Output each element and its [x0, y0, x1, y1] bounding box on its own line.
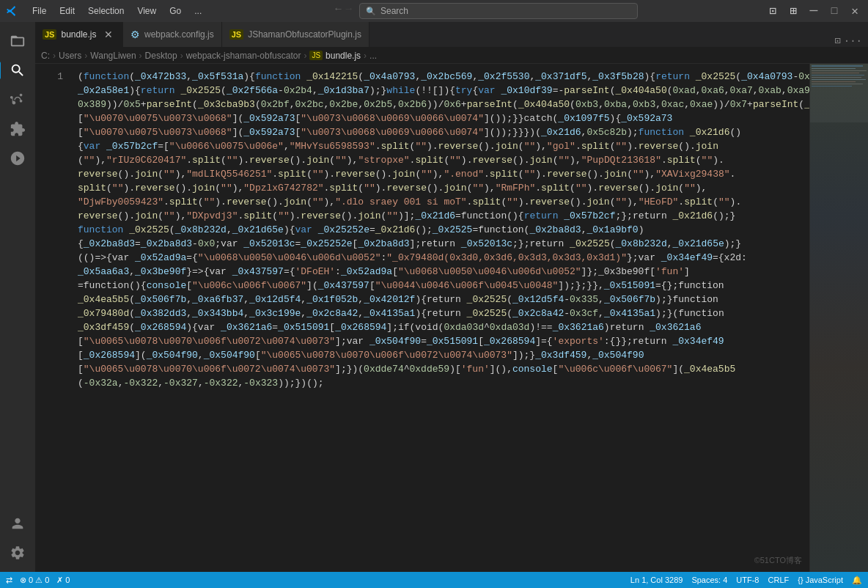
minimize-button[interactable]: ─	[806, 4, 821, 18]
activity-source-control[interactable]	[4, 87, 31, 113]
breadcrumb-sep-6: ›	[364, 51, 367, 61]
search-box[interactable]: 🔍 Search	[359, 3, 638, 19]
tab-icon-plugin: JS	[229, 29, 243, 40]
breadcrumb-c[interactable]: C:	[41, 51, 50, 61]
breadcrumb-sep-5: ›	[304, 51, 306, 61]
tab-icon-webpack: ⚙	[130, 29, 140, 40]
status-position[interactable]: Ln 1, Col 3289	[630, 576, 683, 584]
tab-label-plugin: JShamanObfuscatorPlugin.js	[248, 29, 361, 40]
menu-selection[interactable]: Selection	[82, 4, 130, 18]
menu-more[interactable]: ...	[188, 4, 207, 18]
warning-icon: ⚠	[35, 576, 43, 585]
minimap	[809, 64, 868, 572]
title-search-area: ← → 🔍 Search	[213, 3, 760, 19]
line-numbers: 1	[35, 64, 72, 572]
menu-bar: File Edit Selection View Go ...	[26, 4, 207, 18]
more-actions-icon[interactable]: ···	[844, 35, 862, 47]
code-container: 1 (function(_0x472b33,_0x5f531a){functio…	[35, 64, 868, 572]
svg-rect-10	[810, 64, 868, 122]
watermark: ©51CTO博客	[754, 555, 802, 566]
breadcrumb-js-icon: JS	[309, 51, 323, 60]
menu-view[interactable]: View	[131, 4, 162, 18]
status-remote[interactable]: ⇄	[6, 576, 12, 585]
activity-extensions[interactable]	[4, 116, 31, 142]
remote-icon: ⇄	[6, 576, 12, 585]
menu-file[interactable]: File	[26, 4, 52, 18]
main-layout: JS bundle.js ✕ ⚙ webpack.config.js JS JS…	[0, 22, 868, 572]
status-encoding[interactable]: UTF-8	[736, 576, 759, 584]
bell-icon: 🔔	[852, 576, 862, 585]
activity-debug[interactable]	[4, 145, 31, 172]
activity-search[interactable]	[4, 57, 31, 84]
activity-bar	[0, 22, 35, 572]
status-bar-left: ⇄ ⊗ 0 ⚠ 0 ✗ 0	[6, 576, 70, 585]
error-icon: ⊗	[20, 576, 26, 585]
search-placeholder: Search	[380, 6, 408, 16]
tab-bar: JS bundle.js ✕ ⚙ webpack.config.js JS JS…	[35, 22, 868, 48]
back-button[interactable]: ←	[335, 3, 341, 19]
tab-bundle-js[interactable]: JS bundle.js ✕	[35, 22, 123, 47]
activity-explorer[interactable]	[4, 28, 31, 54]
tab-icon-js: JS	[43, 29, 56, 40]
title-bar: File Edit Selection View Go ... ← → 🔍 Se…	[0, 0, 868, 22]
tab-label-bundle: bundle.js	[61, 29, 96, 40]
spaces-label: Spaces: 4	[691, 576, 727, 584]
close-button[interactable]: ✕	[847, 4, 862, 18]
status-bar: ⇄ ⊗ 0 ⚠ 0 ✗ 0 Ln 1, Col 3289 Spaces: 4 U…	[0, 572, 868, 588]
status-language[interactable]: {} JavaScript	[798, 576, 843, 584]
status-errors[interactable]: ⊗ 0 ⚠ 0	[20, 576, 49, 585]
breadcrumb-sep-4: ›	[180, 51, 183, 61]
status-bar-right: Ln 1, Col 3289 Spaces: 4 UTF-8 CRLF {} J…	[630, 576, 862, 585]
line-number-1: 1	[35, 70, 63, 84]
minimap-canvas	[810, 64, 868, 572]
status-lint[interactable]: ✗ 0	[56, 576, 70, 585]
editor-area: JS bundle.js ✕ ⚙ webpack.config.js JS JS…	[35, 22, 868, 572]
menu-go[interactable]: Go	[163, 4, 187, 18]
breadcrumb-users[interactable]: Users	[59, 51, 81, 61]
window-actions: ⊡ ⊞ ─ □ ✕	[765, 4, 862, 18]
code-editor[interactable]: (function(_0x472b33,_0x5f531a){function …	[72, 64, 809, 572]
vscode-logo	[6, 5, 18, 17]
breadcrumb-bundlejs[interactable]: bundle.js	[326, 51, 361, 61]
error-count: 0	[29, 576, 33, 584]
eol-label: CRLF	[768, 576, 790, 584]
forward-button[interactable]: →	[346, 3, 352, 19]
tab-label-webpack: webpack.config.js	[144, 29, 214, 40]
breadcrumb-project[interactable]: webpack-jshaman-obfuscator	[186, 51, 301, 61]
breadcrumb-more[interactable]: ...	[369, 51, 377, 61]
encoding-label: UTF-8	[736, 576, 759, 584]
tab-plugin[interactable]: JS JShamanObfuscatorPlugin.js	[222, 22, 369, 47]
language-label: {} JavaScript	[798, 576, 843, 584]
position-label: Ln 1, Col 3289	[630, 576, 683, 584]
window-controls	[6, 5, 18, 17]
lint-count: 0	[65, 576, 70, 584]
breadcrumb-desktop[interactable]: Desktop	[145, 51, 177, 61]
tab-bar-actions: ⊡ ···	[834, 34, 868, 47]
status-eol[interactable]: CRLF	[768, 576, 790, 584]
status-spaces[interactable]: Spaces: 4	[691, 576, 727, 584]
activity-accounts[interactable]	[4, 510, 31, 537]
breadcrumb-sep-1: ›	[53, 51, 56, 61]
breadcrumb-sep-3: ›	[139, 51, 142, 61]
activity-bar-bottom	[4, 510, 31, 572]
status-notification[interactable]: 🔔	[852, 576, 862, 585]
layout-button[interactable]: ⊞	[786, 4, 801, 18]
warning-count: 0	[45, 576, 49, 584]
search-icon: 🔍	[366, 7, 376, 16]
tab-webpack-config[interactable]: ⚙ webpack.config.js	[123, 22, 222, 47]
menu-edit[interactable]: Edit	[54, 4, 81, 18]
tab-close-bundle[interactable]: ✕	[104, 29, 113, 40]
activity-settings[interactable]	[4, 540, 31, 566]
breadcrumb-wangliwen[interactable]: WangLiwen	[90, 51, 136, 61]
split-editor-icon[interactable]: ⊡	[834, 34, 840, 47]
lint-icon: ✗	[56, 576, 63, 585]
breadcrumb: C: › Users › WangLiwen › Desktop › webpa…	[35, 48, 868, 64]
breadcrumb-sep-2: ›	[84, 51, 87, 61]
split-editor-button[interactable]: ⊡	[765, 4, 780, 18]
maximize-button[interactable]: □	[827, 4, 842, 18]
